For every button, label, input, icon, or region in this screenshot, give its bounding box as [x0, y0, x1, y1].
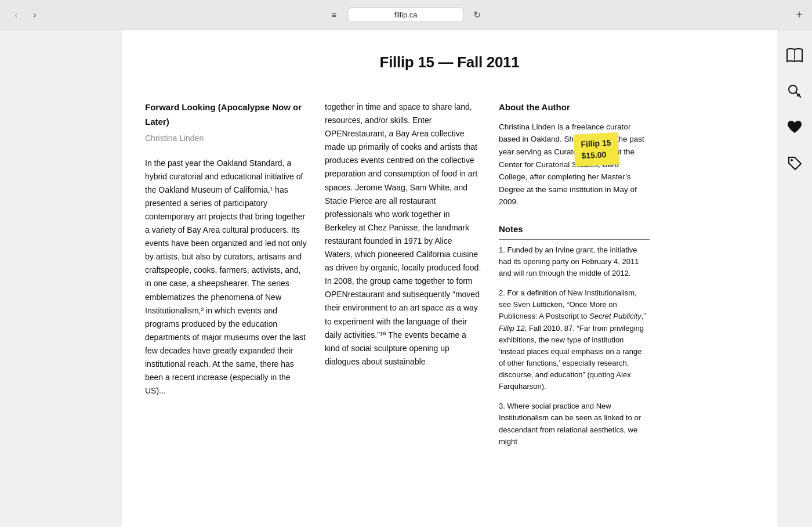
left-spacer: [0, 30, 122, 527]
key-icon[interactable]: [787, 84, 802, 99]
new-tab-button[interactable]: +: [796, 8, 803, 21]
note-item: 2. For a definition of New Institutional…: [499, 287, 650, 392]
heart-icon[interactable]: [786, 120, 803, 135]
price-sticker-line1: Fillip 15: [581, 137, 611, 150]
article-area: Fillip 15 — Fall 2011 Forward Looking (A…: [122, 30, 777, 527]
back-button[interactable]: ‹: [9, 8, 23, 22]
notes-container: 1. Funded by an Irvine grant, the initia…: [499, 244, 650, 447]
price-sticker: Fillip 15 $15.00: [574, 132, 619, 167]
main-area: Fillip 15 — Fall 2011 Forward Looking (A…: [0, 30, 812, 527]
url-bar[interactable]: fillip.ca: [348, 8, 464, 22]
col-left: Forward Looking (Apocalypse Now or Later…: [145, 100, 307, 456]
author-name: Christina Linden: [145, 132, 307, 145]
book-icon[interactable]: [786, 48, 803, 63]
article-columns: Forward Looking (Apocalypse Now or Later…: [122, 100, 777, 456]
about-title: About the Author: [499, 100, 650, 115]
col-right: About the Author Christina Linden is a f…: [499, 100, 650, 456]
article-title: Fillip 15 — Fall 2011: [122, 53, 777, 71]
article-heading: Forward Looking (Apocalypse Now or Later…: [145, 100, 307, 129]
note-item: 3. Where social practice and New Institu…: [499, 400, 650, 447]
svg-point-0: [789, 85, 797, 93]
notes-title: Notes: [499, 222, 650, 240]
tag-icon[interactable]: [787, 156, 802, 171]
right-sidebar: [777, 30, 812, 527]
note-item: 1. Funded by an Irvine grant, the initia…: [499, 244, 650, 279]
browser-chrome: ‹ › ≡ fillip.ca ↻ +: [0, 0, 812, 30]
forward-button[interactable]: ›: [28, 8, 42, 22]
col-mid: together in time and space to share land…: [325, 100, 481, 456]
hamburger-icon[interactable]: ≡: [331, 10, 336, 20]
nav-buttons: ‹ ›: [9, 8, 42, 22]
mid-col-body: together in time and space to share land…: [325, 100, 481, 369]
left-col-body: In the past year the Oakland Standard, a…: [145, 157, 307, 398]
url-bar-container: ≡ fillip.ca ↻: [331, 8, 480, 22]
reload-button[interactable]: ↻: [473, 9, 481, 20]
svg-point-1: [791, 159, 793, 161]
bio-text: Christina Linden is a freelance curator …: [499, 121, 650, 208]
price-sticker-line2: $15.00: [581, 149, 612, 161]
